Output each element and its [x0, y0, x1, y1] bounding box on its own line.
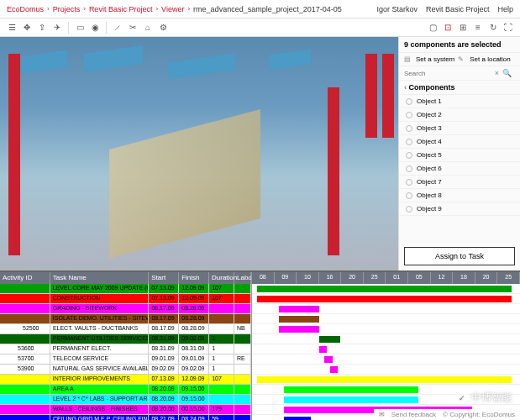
view2-icon[interactable]: ⊡ — [441, 21, 454, 34]
gantt-bar[interactable] — [279, 316, 319, 323]
camera-icon[interactable]: ◉ — [88, 21, 102, 34]
object-item[interactable]: Object 8 — [399, 189, 520, 202]
project-link[interactable]: Revit Basic Project — [426, 5, 490, 13]
help-link[interactable]: Help — [497, 5, 513, 13]
gantt-timeline-header: 080910162025010512182025 — [252, 272, 520, 284]
object-label: Object 4 — [417, 138, 442, 145]
table-row[interactable]: 53900NATURAL GAS SERVICE AVAILABLE09.02.… — [0, 365, 251, 375]
timeline-tick: 10 — [297, 272, 319, 284]
gantt-row — [252, 294, 520, 304]
plane-icon[interactable]: ✈ — [50, 21, 64, 34]
gantt-bar[interactable] — [284, 417, 311, 420]
copyright: © Copyright: EcoDomus — [443, 411, 515, 418]
assign-to-task-button[interactable]: Assign to Task — [404, 247, 515, 265]
table-row[interactable]: LEVEL 2 * C* LABS - SUPPORT AREAS08.20.0… — [0, 395, 251, 405]
table-row[interactable]: CEILING GRID M.E.P. CEILING FINISHES08.2… — [0, 415, 251, 420]
header-right: Igor Starkov Revit Basic Project Help — [376, 5, 513, 13]
gantt-bar[interactable] — [324, 356, 333, 363]
settings-icon[interactable]: ⚙ — [156, 21, 170, 34]
visibility-toggle-icon[interactable] — [406, 98, 412, 105]
cut-icon[interactable]: ✂ — [126, 21, 139, 34]
visibility-toggle-icon[interactable] — [406, 192, 412, 199]
object-item[interactable]: Object 1 — [399, 95, 520, 108]
object-item[interactable]: Object 3 — [399, 122, 520, 135]
table-row[interactable]: CONSTRUCTION07.13.0912.09.09107 — [0, 294, 251, 304]
table-row[interactable]: 53700TELECOM SERVICE09.01.0909.01.091RE — [0, 354, 251, 365]
gantt-bar[interactable] — [284, 386, 418, 393]
menu-icon[interactable]: ☰ — [5, 21, 18, 34]
object-item[interactable]: Object 5 — [399, 149, 520, 162]
gantt-bar[interactable] — [284, 396, 418, 403]
breadcrumb-project[interactable]: Revit Basic Project — [89, 5, 153, 13]
object-item[interactable]: Object 9 — [399, 202, 520, 216]
col-activity-id[interactable]: Activity ID — [0, 272, 50, 284]
rotate-icon[interactable]: ↻ — [486, 21, 500, 34]
table-row[interactable]: PERMANENT UTILITIES SERVICES COMPLETE08.… — [0, 334, 251, 344]
table-row[interactable]: ISOLATE DEMO. UTILITIES - SITEWORK08.17.… — [0, 314, 251, 324]
view1-icon[interactable]: ▢ — [426, 21, 439, 34]
move-icon[interactable]: ✥ — [20, 21, 34, 34]
3d-viewport[interactable] — [0, 37, 398, 270]
expand-icon[interactable]: ⛶ — [502, 21, 515, 34]
gantt-bar[interactable] — [257, 286, 512, 292]
set-system-link[interactable]: Set a system — [416, 55, 454, 63]
table-row[interactable]: 52500ELECT. VAULTS - DUCTBANKS08.17.0908… — [0, 324, 251, 334]
table-row[interactable]: GRADING - SITEWORK08.17.0908.28.09 — [0, 304, 251, 314]
col-task-name[interactable]: Task Name — [50, 272, 150, 284]
object-label: Object 8 — [417, 192, 442, 199]
visibility-toggle-icon[interactable] — [406, 125, 412, 132]
visibility-toggle-icon[interactable] — [406, 179, 412, 186]
list-icon[interactable]: ≡ — [471, 21, 485, 34]
separator — [68, 22, 69, 34]
breadcrumb-root[interactable]: EcoDomus — [7, 5, 44, 13]
col-start[interactable]: Start — [149, 272, 179, 284]
object-label: Object 9 — [417, 205, 442, 213]
user-name[interactable]: Igor Starkov — [376, 5, 418, 13]
table-row[interactable]: INTERIOR IMPROVEMENTS07.13.0912.09.09107 — [0, 375, 251, 385]
breadcrumb-viewer[interactable]: Viewer — [161, 5, 184, 13]
gantt-row — [252, 365, 520, 375]
col-finish[interactable]: Finish — [179, 272, 209, 284]
object-item[interactable]: Object 6 — [399, 162, 520, 176]
search-input[interactable] — [404, 70, 495, 77]
table-row[interactable]: 53600PERMANENT ELECT.08.31.0908.31.091 — [0, 344, 251, 354]
col-duration[interactable]: Duration — [209, 272, 234, 284]
watermark: ✓ 中博智能 — [456, 391, 512, 405]
object-item[interactable]: Object 2 — [399, 108, 520, 122]
main-area: 9 components are selected ▤ Set a system… — [0, 37, 520, 270]
gantt-bar[interactable] — [279, 306, 319, 312]
set-location-link[interactable]: Set a location — [470, 55, 510, 63]
col-labor[interactable]: Labor — [234, 272, 251, 284]
sidebar-actions: ▤ Set a system ✎ Set a location — [399, 53, 520, 66]
visibility-toggle-icon[interactable] — [406, 139, 412, 145]
clear-icon[interactable]: × — [495, 69, 499, 77]
gantt-bar[interactable] — [257, 376, 512, 383]
person-icon[interactable]: ⇪ — [35, 21, 49, 34]
visibility-toggle-icon[interactable] — [406, 112, 412, 118]
object-item[interactable]: Object 7 — [399, 176, 520, 189]
components-header[interactable]: Components — [399, 81, 520, 95]
gantt-bar[interactable] — [319, 346, 328, 353]
gantt-bar[interactable] — [279, 326, 319, 333]
gantt-bar[interactable] — [330, 366, 339, 373]
header-bar: EcoDomus › Projects › Revit Basic Projec… — [0, 0, 520, 18]
gantt-bar[interactable] — [319, 336, 341, 343]
layers-icon[interactable]: ▭ — [73, 21, 87, 34]
toolbar: ☰ ✥ ⇪ ✈ ▭ ◉ ⟋ ✂ ⌂ ⚙ ▢ ⊡ ⊞ ≡ ↻ ⛶ — [0, 18, 520, 37]
measure-icon[interactable]: ⟋ — [111, 21, 124, 34]
visibility-toggle-icon[interactable] — [406, 152, 412, 159]
object-item[interactable]: Object 4 — [399, 135, 520, 149]
task-table: Activity ID Task Name Start Finish Durat… — [0, 272, 252, 420]
table-row[interactable]: WALLS - CEILINGS - FINISHES08.20.0000.15… — [0, 405, 251, 415]
visibility-toggle-icon[interactable] — [406, 165, 412, 172]
table-row[interactable]: AREA A08.20.0909.15.00 — [0, 385, 251, 395]
timeline-tick: 01 — [386, 272, 408, 284]
send-feedback-link[interactable]: Send feedback — [391, 411, 436, 418]
breadcrumb-projects[interactable]: Projects — [53, 5, 81, 13]
visibility-toggle-icon[interactable] — [406, 206, 412, 213]
view3-icon[interactable]: ⊞ — [456, 21, 470, 34]
gantt-bar[interactable] — [257, 296, 512, 302]
home-icon[interactable]: ⌂ — [141, 21, 155, 34]
table-row[interactable]: LEVEL CORE MAY 2009 UPDATE (Current)07.1… — [0, 284, 251, 294]
search-icon[interactable]: 🔍 — [502, 69, 512, 77]
